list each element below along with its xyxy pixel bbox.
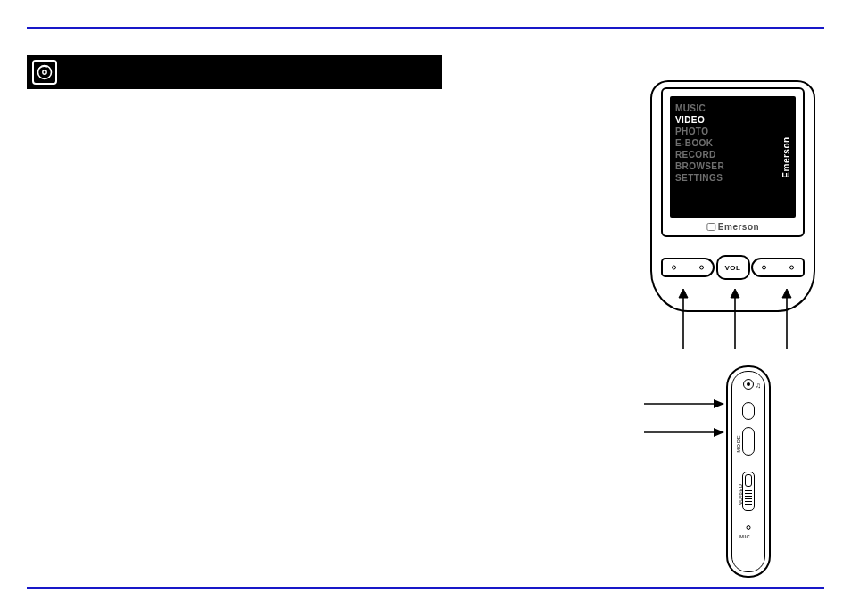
screen-side-brand: Emerson [776,96,796,218]
divider-bottom [27,587,824,589]
menu-item: E-BOOK [675,138,771,149]
device-side-illustration: ♫ MODE NO/6ED MIC [726,365,771,578]
arrow-indicator-icon [781,289,793,349]
device-controls: VOL [661,250,805,289]
svg-marker-3 [679,289,688,298]
svg-point-1 [43,70,46,74]
right-control-button [751,258,805,277]
arrow-indicator-icon [729,289,741,349]
switch-label: NO/6ED [738,484,743,506]
svg-marker-7 [782,289,791,298]
brand-text: Emerson [718,222,759,232]
mode-label: MODE [736,435,741,453]
menu-item: BROWSER [675,161,771,172]
device-bezel: MUSICVIDEOPHOTOE-BOOKRECORDBROWSERSETTIN… [661,87,805,237]
divider-top [27,27,824,29]
play-button-side [742,402,755,420]
menu-item: PHOTO [675,127,771,137]
svg-marker-11 [714,428,724,437]
mic-label: MIC [739,534,750,539]
menu-item: VIDEO [675,115,771,126]
mic-hole-icon [747,525,751,530]
arrow-indicator-icon [644,426,724,439]
left-control-button [661,258,715,277]
device-front-illustration: MUSICVIDEOPHOTOE-BOOKRECORDBROWSERSETTIN… [650,80,815,312]
brand-badge: Emerson [706,222,759,232]
headphone-jack-icon [743,379,754,390]
headphone-icon: ♫ [756,382,761,390]
screen-menu: MUSICVIDEOPHOTOE-BOOKRECORDBROWSERSETTIN… [670,96,776,218]
arrow-indicator-icon [677,289,690,349]
arrow-indicator-icon [644,398,724,410]
mode-button-side [742,427,755,456]
disc-icon [32,60,57,85]
menu-item: MUSIC [675,103,771,114]
device-screen: MUSICVIDEOPHOTOE-BOOKRECORDBROWSERSETTIN… [670,96,796,218]
hold-switch [742,472,755,511]
brand-icon [706,223,715,231]
section-header [27,55,442,89]
svg-marker-5 [731,289,739,298]
menu-item: RECORD [675,150,771,160]
menu-item: SETTINGS [675,173,771,184]
device-side-body: ♫ MODE NO/6ED MIC [731,371,765,572]
svg-marker-9 [714,399,724,408]
vol-button: VOL [716,255,750,280]
